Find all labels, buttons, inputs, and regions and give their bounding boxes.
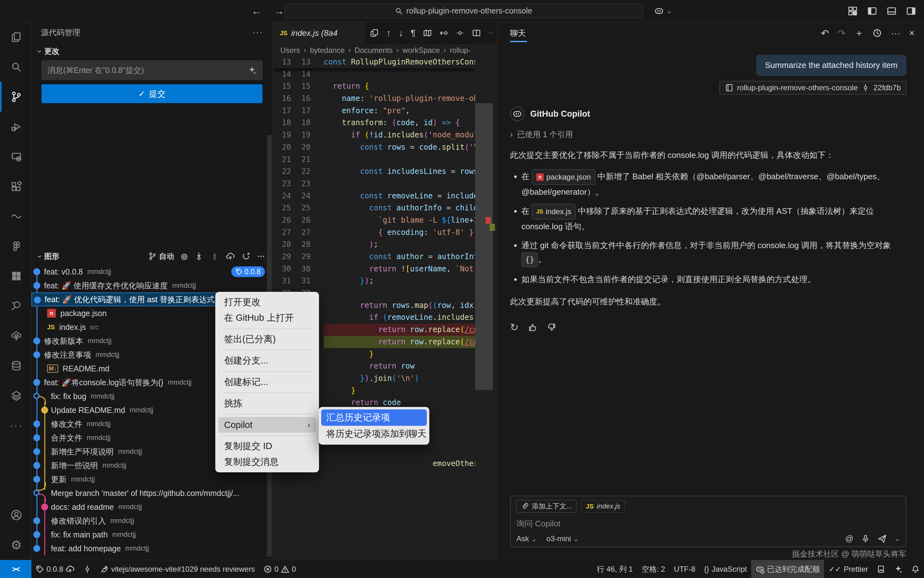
commit-row[interactable]: 更新mmdctjj xyxy=(31,472,268,486)
gitlens-section-header[interactable]: › GITLENS xyxy=(38,556,77,560)
run-debug-icon[interactable] xyxy=(0,112,31,141)
cursor-position[interactable]: 行 46, 列 1 xyxy=(592,560,638,578)
commit-row[interactable]: feat: add homepagemmdctjj xyxy=(31,542,268,555)
changes-section-header[interactable]: › 更改 xyxy=(38,45,60,58)
more-actions-icon[interactable]: ··· xyxy=(252,28,263,37)
regenerate-icon[interactable]: ↻ xyxy=(510,321,519,333)
extensions-icon[interactable] xyxy=(0,171,31,201)
forward-icon[interactable]: → xyxy=(274,5,284,17)
index-js-chip[interactable]: JSindex.js xyxy=(532,204,576,219)
attached-file-chip[interactable]: JS index.js xyxy=(581,500,625,513)
collapse-regions-icon[interactable] xyxy=(423,29,432,37)
back-icon[interactable]: ← xyxy=(251,5,262,17)
previous-change-icon[interactable]: ↑ xyxy=(386,28,391,38)
breadcrumb[interactable]: Users›bytedance›Documents›workSpace›roll… xyxy=(280,45,471,56)
more-views-icon[interactable]: ··· xyxy=(0,411,31,440)
menu-item[interactable]: 创建标记... xyxy=(218,374,316,390)
target-icon[interactable]: ◎ xyxy=(181,252,188,261)
remote-indicator[interactable]: >< xyxy=(0,560,31,578)
sparkle-icon[interactable] xyxy=(248,66,256,75)
close-icon[interactable]: × xyxy=(909,28,914,38)
more-actions-icon[interactable]: ··· xyxy=(489,30,494,36)
indentation[interactable]: 空格: 2 xyxy=(638,560,670,578)
commit-row[interactable]: 修改错误的引入mmdctjj xyxy=(31,514,268,528)
menu-item[interactable]: 打开更改 xyxy=(218,294,316,310)
problems-status[interactable]: 0 0 xyxy=(259,560,301,578)
send-icon[interactable] xyxy=(877,534,887,544)
undo-icon[interactable]: ↶ xyxy=(821,28,829,39)
menu-item[interactable]: 挑拣 xyxy=(218,396,316,411)
history-icon[interactable] xyxy=(872,28,882,38)
encoding[interactable]: UTF-8 xyxy=(670,560,700,578)
tab-chat[interactable]: 聊天 xyxy=(510,22,526,44)
source-control-icon[interactable] xyxy=(0,82,31,112)
search-icon[interactable] xyxy=(0,52,31,82)
command-center-search[interactable]: rollup-plugin-remove-others-console xyxy=(285,3,643,18)
breadcrumb-item[interactable]: rollup- xyxy=(450,46,471,55)
explorer-icon[interactable] xyxy=(0,22,31,52)
next-change-icon[interactable]: ↓ xyxy=(398,28,403,38)
pull-icon[interactable] xyxy=(210,252,219,261)
account-icon[interactable] xyxy=(0,500,31,530)
editor-scrollbar[interactable] xyxy=(475,103,493,390)
push-cloud-icon[interactable] xyxy=(226,252,235,261)
whitespace-icon[interactable]: ¶ xyxy=(411,28,416,38)
thumbs-up-icon[interactable] xyxy=(528,323,537,332)
tab-index-js[interactable]: JS index.js (8a4 xyxy=(273,22,367,44)
commit-message-input[interactable]: 消息(⌘Enter 在"0.0.8"提交) xyxy=(42,60,262,80)
layers-extension-icon[interactable] xyxy=(0,380,31,411)
more-actions-icon[interactable]: ··· xyxy=(257,252,265,261)
language-mode[interactable]: {} JavaScript xyxy=(700,560,751,578)
menu-item[interactable]: 复制提交 ID xyxy=(218,438,316,454)
model-selector[interactable]: o3-mini ⌄ xyxy=(546,534,579,543)
pr-status[interactable]: vitejs/awesome-vite#1029 needs reviewers xyxy=(96,560,259,578)
more-actions-icon[interactable]: ··· xyxy=(891,28,900,38)
todo-tree-extension-icon[interactable] xyxy=(0,321,31,351)
refresh-icon[interactable] xyxy=(242,252,251,261)
commit-row[interactable]: docs: add readmemmdctjj xyxy=(31,500,268,514)
open-changes-icon[interactable] xyxy=(370,29,379,37)
chat-input[interactable]: 添加上下文... JS index.js 询问 Copilot Ask ⌄ o3… xyxy=(510,495,906,547)
graph-section-header[interactable]: 图形 xyxy=(44,251,60,261)
preview-icon[interactable] xyxy=(872,560,889,578)
menu-item[interactable]: Copilot› xyxy=(218,417,316,433)
copilot-menu-button[interactable]: ⌄ xyxy=(654,0,672,22)
inline-code-chip[interactable]: {} xyxy=(521,252,538,267)
breadcrumb-item[interactable]: bytedance xyxy=(310,46,345,55)
graph-status-icon[interactable] xyxy=(79,560,96,578)
redo-icon[interactable]: ↷ xyxy=(838,28,845,39)
fetch-icon[interactable] xyxy=(194,252,203,261)
mode-selector[interactable]: Ask ⌄ xyxy=(516,534,537,543)
sparkle-status-icon[interactable] xyxy=(889,560,907,578)
new-chat-icon[interactable]: ＋ xyxy=(854,27,864,40)
submenu-item[interactable]: 汇总历史记录项 xyxy=(321,409,427,426)
customize-layout-icon[interactable] xyxy=(848,6,858,16)
database-extension-icon[interactable] xyxy=(0,351,31,380)
mention-icon[interactable]: @ xyxy=(845,534,853,544)
checkout-status[interactable]: 0.0.8 xyxy=(31,560,79,578)
remote-explorer-icon[interactable] xyxy=(0,141,31,171)
commit-button[interactable]: ✓ 提交 xyxy=(42,84,262,103)
diff-swap-icon[interactable] xyxy=(456,29,464,37)
submenu-item[interactable]: 将历史记录项添加到聊天 xyxy=(321,426,427,442)
commit-row[interactable]: fix: fix main pathmmdctjj xyxy=(31,528,268,542)
toggle-panel-icon[interactable] xyxy=(887,6,896,16)
split-editor-icon[interactable] xyxy=(472,29,481,37)
commit-row[interactable]: feat: v0.0.8mmdctjj0.0.8 xyxy=(31,265,268,279)
commit-row[interactable]: Merge branch 'master' of https://github.… xyxy=(31,486,268,500)
menu-item[interactable]: 复制提交消息 xyxy=(218,454,316,470)
menu-item[interactable]: 签出(已分离) xyxy=(218,331,316,347)
menu-item[interactable]: 在 GitHub 上打开 xyxy=(218,310,316,326)
code-search-extension-icon[interactable] xyxy=(0,291,31,321)
breadcrumb-item[interactable]: Documents xyxy=(354,46,393,55)
commit-row[interactable]: feat: 🚀 使用缓存文件优化响应速度mmdctjj xyxy=(31,279,268,292)
notifications-bell-icon[interactable] xyxy=(907,560,924,578)
thumbs-down-icon[interactable] xyxy=(547,323,556,332)
breadcrumb-item[interactable]: workSpace xyxy=(403,46,440,55)
settings-gear-icon[interactable]: ⚙ xyxy=(0,530,31,560)
attached-history-item[interactable]: rollup-plugin-remove-others-console 22fd… xyxy=(719,81,906,95)
mic-icon[interactable] xyxy=(861,534,870,543)
add-context-button[interactable]: 添加上下文... xyxy=(516,500,577,513)
toggle-secondary-sidebar-icon[interactable] xyxy=(906,6,916,16)
formatter-status[interactable]: ✓✓ Prettier xyxy=(824,560,872,578)
